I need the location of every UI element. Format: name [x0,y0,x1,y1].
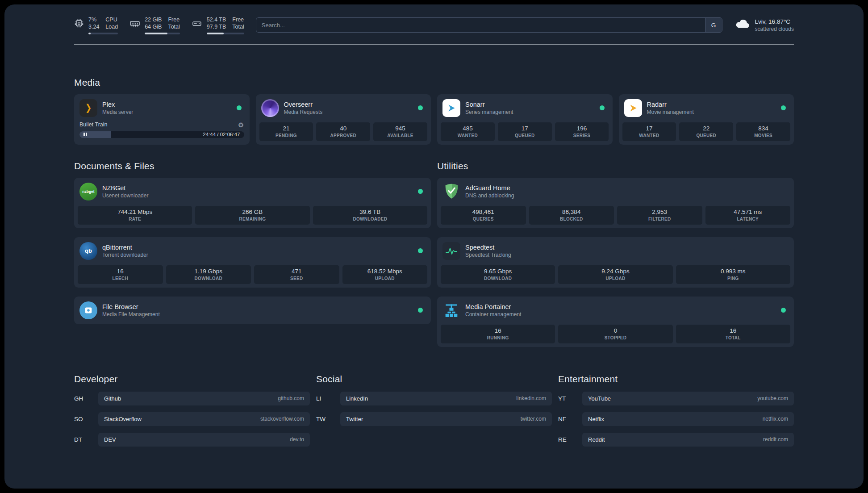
homepage-dashboard: 7% 3.24 CPU Load [4,4,864,489]
bookmark-abbr: DT [74,436,98,443]
service-description: Torrent downloader [102,252,148,258]
service-card-speedtest[interactable]: Speedtest Speedtest Tracking 9.65 Gbps D… [437,237,794,288]
weather-condition: scattered clouds [755,26,794,32]
bookmark-linkedin[interactable]: LI LinkedIn linkedin.com [316,392,552,405]
bookmark-dev[interactable]: DT DEV dev.to [74,433,310,447]
plex-chevron-glyph: ❯ [85,102,92,113]
bookmark-reddit[interactable]: RE Reddit reddit.com [558,433,794,447]
search-bar: G [256,17,722,33]
gear-icon[interactable]: ⚙ [238,121,244,128]
stat-block: 40 APPROVED [316,122,370,141]
bookmark-stackoverflow[interactable]: SO StackOverflow stackoverflow.com [74,412,310,426]
bookmark-group-entertainment: Entertainment YT YouTube youtube.com NF … [558,374,794,447]
service-description: Movie management [647,109,694,115]
stat-block: 834 MOVIES [736,122,790,141]
service-card-portainer[interactable]: Media Portainer Container management 16 … [437,297,794,347]
section-media: Media ❯ Plex Media server Bullet Train [74,77,794,145]
status-dot [781,308,786,313]
search-input[interactable] [256,18,705,32]
adguard-icon [442,183,460,201]
bookmark-youtube[interactable]: YT YouTube youtube.com [558,392,794,405]
qbittorrent-icon: qb [79,242,97,260]
bookmark-abbr: NF [558,416,582,422]
service-name: Plex [102,101,133,108]
weather-location: Lviv, 16.87°C [755,18,794,25]
service-name: AdGuard Home [465,184,514,192]
now-playing-title: Bullet Train [79,121,108,128]
service-card-filebrowser[interactable]: File Browser Media File Management [74,297,431,324]
playback-progress-bar[interactable]: 24:44 / 02:06:47 [79,131,244,138]
sonarr-icon [442,99,460,117]
disk-progress-track [207,33,244,34]
status-dot [600,105,605,110]
topbar: 7% 3.24 CPU Load [74,16,794,34]
stat-block: 16 TOTAL [676,325,790,343]
stat-block: 16 RUNNING [441,325,555,343]
stat-block: 945 AVAILABLE [373,122,427,141]
status-dot [781,105,786,110]
bookmark-abbr: GH [74,395,98,402]
bookmark-abbr: RE [558,436,582,443]
disk-total-value: 97.9 TB [207,23,226,30]
service-name: qBittorrent [102,244,148,251]
service-name: File Browser [102,303,160,310]
pause-icon[interactable] [83,133,87,136]
service-description: Speedtest Tracking [465,252,511,258]
memory-progress-track [145,33,180,34]
stat-block: 498,461 QUERIES [441,206,526,225]
section-title-media: Media [74,77,794,88]
nzbget-wordmark: nzbget [82,189,94,194]
stat-block: 21 PENDING [259,122,313,141]
topbar-divider [74,44,794,45]
stat-block: 86,384 BLOCKED [529,206,614,225]
service-description: Series management [465,109,513,115]
memory-widget: 22 GiB 64 GiB Free Total [129,16,180,34]
memory-free-value: 22 GiB [145,16,162,23]
stat-block: 0 STOPPED [558,325,672,343]
overseerr-icon [261,99,279,117]
cpu-load-label: Load [105,23,118,30]
service-card-sonarr[interactable]: Sonarr Series management 485 WANTED 17 Q… [437,94,613,145]
service-card-qbittorrent[interactable]: qb qBittorrent Torrent downloader 16 LEE… [74,237,431,288]
cpu-icon [74,16,84,28]
stat-block: 471 SEED [254,265,339,284]
radarr-icon [624,99,642,117]
service-card-adguard[interactable]: AdGuard Home DNS and adblocking 498,461 … [437,178,794,228]
stat-block: 17 WANTED [622,122,676,141]
nzbget-icon: nzbget [79,183,97,201]
section-title-documents: Documents & Files [74,161,431,171]
bookmark-group-social: Social LI LinkedIn linkedin.com TW Twitt… [316,374,552,426]
service-card-nzbget[interactable]: nzbget NZBGet Usenet downloader 744.21 M… [74,178,431,228]
speedtest-icon [442,242,460,260]
stat-block: 196 SERIES [555,122,609,141]
disk-icon [192,16,202,29]
service-name: Speedtest [465,244,511,251]
service-description: DNS and adblocking [465,192,514,199]
bookmark-github[interactable]: GH Github github.com [74,392,310,405]
service-card-plex[interactable]: ❯ Plex Media server Bullet Train ⚙ [74,94,250,145]
stat-block: 9.65 Gbps DOWNLOAD [441,265,555,284]
stat-block: 1.19 Gbps DOWNLOAD [166,265,251,284]
service-card-radarr[interactable]: Radarr Movie management 17 WANTED 22 QUE… [619,94,794,145]
stat-block: 16 LEECH [78,265,163,284]
playback-time: 24:44 / 02:06:47 [203,132,244,137]
stat-block: 0.993 ms PING [676,265,790,284]
status-dot [237,105,242,110]
bookmark-abbr: YT [558,395,582,402]
service-name: Sonarr [465,101,513,108]
cloud-icon [735,19,750,31]
memory-free-label: Free [168,16,179,23]
stat-block: 22 QUEUED [679,122,733,141]
bookmark-group-developer: Developer GH Github github.com SO StackO… [74,374,310,447]
weather-widget: Lviv, 16.87°C scattered clouds [735,18,794,32]
stat-block: 266 GB REMAINING [195,206,309,225]
service-name: Overseerr [284,101,323,108]
bookmark-netflix[interactable]: NF Netflix netflix.com [558,412,794,426]
section-utilities: Utilities [437,161,794,347]
bookmark-twitter[interactable]: TW Twitter twitter.com [316,412,552,426]
status-dot [418,105,423,110]
cpu-load-value: 3.24 [88,23,99,30]
disk-free-label: Free [232,16,244,23]
service-card-overseerr[interactable]: Overseerr Media Requests 21 PENDING 40 A… [256,94,431,145]
search-provider-button[interactable]: G [705,18,722,32]
